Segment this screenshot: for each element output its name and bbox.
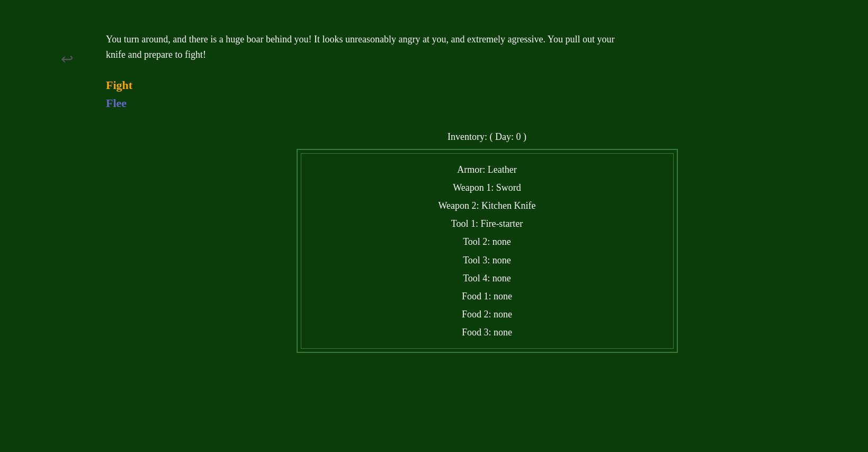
main-content: You turn around, and there is a huge boa… bbox=[0, 0, 636, 110]
inventory-item-armor: Armor: Leather bbox=[319, 161, 656, 179]
inventory-item-weapon2: Weapon 2: Kitchen Knife bbox=[319, 197, 656, 215]
inventory-item-weapon1: Weapon 1: Sword bbox=[319, 179, 656, 197]
inventory-item-food1: Food 1: none bbox=[319, 287, 656, 305]
inventory-title: Inventory: ( Day: 0 ) bbox=[138, 131, 836, 143]
flee-choice[interactable]: Flee bbox=[106, 96, 636, 110]
inventory-box: Armor: Leather Weapon 1: Sword Weapon 2:… bbox=[297, 149, 678, 353]
inventory-item-food3: Food 3: none bbox=[319, 323, 656, 341]
choices-container: Fight Flee bbox=[106, 78, 636, 110]
fight-choice[interactable]: Fight bbox=[106, 78, 636, 92]
undo-button[interactable]: ↩ bbox=[61, 50, 73, 68]
inventory-item-tool1: Tool 1: Fire-starter bbox=[319, 215, 656, 233]
inventory-section: Inventory: ( Day: 0 ) Armor: Leather Wea… bbox=[0, 131, 868, 353]
inventory-item-tool2: Tool 2: none bbox=[319, 233, 656, 251]
undo-icon: ↩ bbox=[61, 51, 73, 67]
inventory-item-tool4: Tool 4: none bbox=[319, 269, 656, 287]
inventory-item-food2: Food 2: none bbox=[319, 305, 656, 323]
inventory-item-tool3: Tool 3: none bbox=[319, 251, 656, 269]
narrative-text: You turn around, and there is a huge boa… bbox=[106, 32, 636, 63]
